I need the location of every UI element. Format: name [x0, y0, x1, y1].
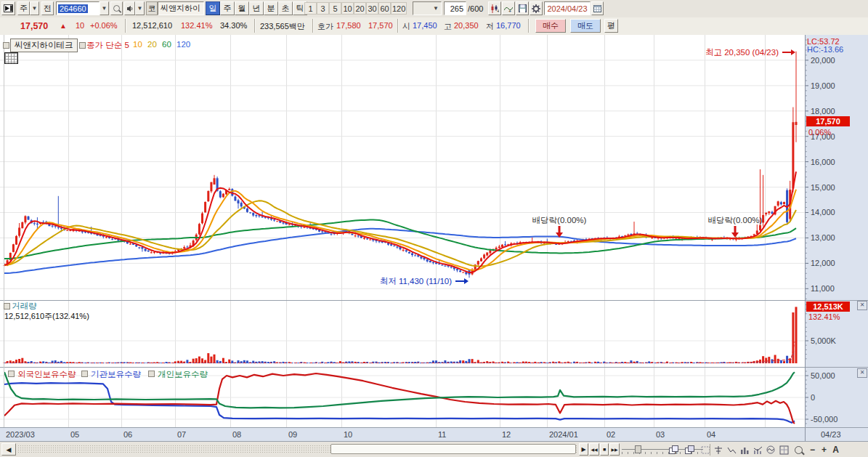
quote-summary-bar: 17,570 ▲ 10 +0.06% 12,512,610 132.41% 34… — [0, 17, 868, 36]
holder-legend-item[interactable]: 개인보유수량 — [148, 369, 208, 380]
stock-search-button[interactable] — [110, 1, 123, 15]
hts-chart-window: { "toolbar": { "stock_type_btn": "주", "p… — [0, 0, 868, 457]
save-chart-button[interactable] — [516, 1, 529, 15]
legend-toggle[interactable] — [79, 42, 86, 49]
current-price: 17,570 — [20, 21, 48, 31]
auto-scale-button[interactable]: A — [831, 444, 840, 456]
legend-toggle[interactable] — [4, 303, 10, 310]
code-dropdown[interactable]: ▼ — [100, 1, 109, 15]
svg-text:+: + — [675, 450, 678, 455]
interval-button[interactable]: 10 — [341, 2, 354, 15]
trade-amount: 233,565백만 — [260, 21, 305, 32]
date-label: 02 — [607, 430, 615, 439]
zoom-in-button[interactable]: + — [819, 444, 829, 456]
rewind-button[interactable]: ◀◀ — [589, 443, 599, 456]
date-label: 09 — [288, 430, 297, 439]
frame-button[interactable] — [777, 444, 791, 456]
legend-toggle[interactable] — [3, 42, 9, 49]
period-tab[interactable]: 분 — [264, 1, 278, 15]
period-tab[interactable]: 월 — [235, 1, 249, 15]
speed-slider-thumb[interactable] — [635, 445, 641, 453]
svg-text:11,000: 11,000 — [811, 284, 835, 293]
svg-text:배당락(0.00%): 배당락(0.00%) — [532, 216, 587, 225]
forward-button[interactable]: ▶▶ — [609, 443, 620, 456]
date-label: 06 — [123, 430, 132, 439]
interval-button[interactable]: 60 — [378, 2, 391, 15]
search-icon — [113, 5, 120, 12]
ma120-legend: 120 — [177, 40, 190, 49]
grid-tool-icon[interactable] — [4, 52, 18, 64]
chart-settings-button[interactable] — [530, 1, 543, 15]
holders-pane-close-button[interactable]: ✕ — [857, 368, 867, 378]
interval-button[interactable]: 20 — [354, 2, 366, 15]
market-badge: 코 — [146, 1, 158, 15]
svg-text:18,000: 18,000 — [811, 107, 835, 116]
period-tab[interactable]: 초 — [278, 1, 293, 15]
calendar-button[interactable] — [591, 1, 604, 15]
chart-date-input[interactable]: 2024/04/23 — [544, 1, 591, 15]
indicator-button[interactable] — [751, 444, 765, 456]
calendar-icon — [593, 4, 601, 12]
add-line-tool-button[interactable]: + — [502, 1, 515, 15]
add-candle-tool-button[interactable]: + — [488, 1, 501, 15]
ma20-legend: 20 — [147, 40, 157, 49]
svg-text:+: + — [497, 9, 499, 13]
interval-button[interactable]: 5 — [329, 2, 341, 15]
prev-stock-button[interactable]: 전 — [41, 1, 54, 15]
stock-code-input[interactable]: 264660 — [56, 1, 100, 15]
zoom-tool-button[interactable] — [792, 444, 806, 456]
compare-button[interactable] — [764, 444, 778, 456]
holder-legend-label: 기관보유수량 — [91, 370, 141, 379]
chart-window-icon[interactable] — [1, 1, 15, 15]
stock-type-dropdown[interactable]: ▼ — [30, 1, 39, 15]
period-tab[interactable]: 일 — [206, 1, 220, 15]
open-price: 17,450 — [413, 21, 437, 30]
svg-text:20,000: 20,000 — [811, 56, 835, 65]
low-price: 16,770 — [496, 21, 521, 30]
scroll-left-button[interactable]: ◀ — [1, 443, 16, 456]
interval-button[interactable]: 120 — [391, 2, 407, 15]
interval-button[interactable]: 30 — [366, 2, 378, 15]
interval-button[interactable]: 1 — [304, 2, 317, 15]
buy-button[interactable]: 매수 — [535, 19, 566, 33]
period-tab[interactable]: 년 — [249, 1, 264, 15]
chart-stock-name-label[interactable]: 씨앤지하이테크 — [10, 39, 78, 52]
bar-style-button[interactable] — [738, 444, 752, 456]
last-date-label: 04/23 — [821, 430, 841, 439]
select-region-button[interactable] — [699, 444, 713, 456]
stock-chart-canvas[interactable]: 20,00019,00018,00017,00016,00015,00014,0… — [0, 35, 868, 427]
crosshair-tool-button[interactable] — [712, 444, 726, 456]
interval-button[interactable]: 3 — [317, 2, 329, 15]
avg-button[interactable]: 평 — [604, 19, 618, 33]
date-label: 2024/01 — [549, 430, 578, 439]
svg-text:14,000: 14,000 — [811, 208, 835, 217]
current-price-marker: 17,570 — [806, 116, 850, 126]
new-pane-button[interactable]: + — [667, 444, 681, 456]
merge-pane-button[interactable] — [683, 444, 697, 456]
stop-button[interactable]: ■ — [600, 443, 609, 456]
trend-tool-button[interactable] — [725, 444, 739, 456]
bar-total-label: /600 — [468, 1, 483, 15]
play-button[interactable]: ▶ — [579, 443, 588, 456]
date-label: 07 — [177, 430, 186, 439]
sound-button[interactable] — [124, 1, 135, 15]
stock-type-button[interactable]: 주 — [17, 1, 30, 15]
volume-pane-close-button[interactable]: ✕ — [857, 301, 867, 310]
custom-interval-combo[interactable]: ▼ — [413, 1, 442, 15]
zoom-out-button[interactable]: − — [808, 444, 817, 456]
price-change-pct: +0.06% — [90, 21, 118, 30]
holder-legend-item[interactable]: 외국인보유수량 — [8, 369, 76, 380]
svg-text:12,000: 12,000 — [811, 259, 835, 267]
svg-text:+: + — [508, 9, 511, 13]
period-tab[interactable]: 주 — [220, 1, 235, 15]
svg-text:19,000: 19,000 — [811, 81, 835, 90]
bar-count-input[interactable]: 265 — [444, 1, 466, 15]
chart-scrollbar-thumb[interactable] — [330, 444, 576, 454]
frame-grid-icon — [779, 445, 789, 455]
bid-price: 17,570 — [368, 21, 393, 30]
ma-legend-label: 종가 단순 5 — [86, 40, 129, 51]
holder-legend-item[interactable]: 기관보유수량 — [81, 369, 141, 380]
sell-button[interactable]: 매도 — [570, 19, 601, 33]
sound-dropdown[interactable]: ▼ — [135, 1, 145, 15]
chevron-down-icon: ▼ — [433, 5, 439, 12]
